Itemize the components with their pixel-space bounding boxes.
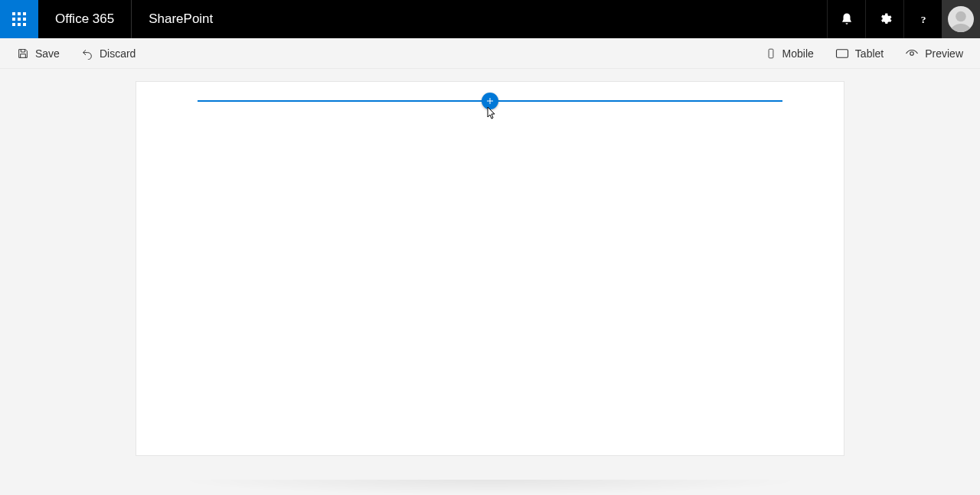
tablet-label: Tablet	[855, 47, 884, 60]
mobile-button[interactable]: Mobile	[756, 43, 823, 64]
tablet-button[interactable]: Tablet	[826, 43, 893, 64]
command-bar: Save Discard Mobile Tablet Preview	[0, 38, 980, 69]
discard-button[interactable]: Discard	[72, 43, 145, 64]
discard-label: Discard	[100, 47, 136, 60]
suite-bar: Office 365 SharePoint ?	[0, 0, 980, 38]
preview-button[interactable]: Preview	[896, 43, 972, 64]
preview-label: Preview	[925, 47, 963, 60]
gear-icon	[878, 12, 892, 26]
help-icon: ?	[916, 12, 930, 26]
svg-rect-4	[836, 49, 848, 57]
undo-icon	[81, 47, 93, 60]
svg-rect-2	[769, 49, 773, 58]
app-name-label: SharePoint	[149, 11, 213, 27]
canvas-wrap	[0, 69, 980, 456]
bottom-shadow	[176, 480, 804, 495]
account-button[interactable]	[942, 0, 980, 38]
app-name-link[interactable]: SharePoint	[132, 0, 230, 38]
save-label: Save	[35, 47, 60, 60]
save-icon	[17, 47, 29, 60]
save-button[interactable]: Save	[8, 43, 69, 64]
waffle-icon	[12, 12, 26, 26]
page-canvas	[136, 81, 844, 456]
plus-icon	[485, 96, 495, 106]
mobile-icon	[766, 47, 776, 60]
svg-text:?: ?	[920, 14, 926, 25]
svg-point-1	[956, 11, 966, 22]
add-section-button[interactable]	[482, 93, 498, 109]
preview-icon	[905, 48, 919, 59]
avatar-icon	[948, 6, 974, 32]
app-launcher-button[interactable]	[0, 0, 38, 38]
mobile-label: Mobile	[782, 47, 814, 60]
section-divider	[198, 100, 782, 102]
svg-point-6	[910, 51, 914, 55]
tablet-icon	[835, 48, 849, 59]
bell-icon	[840, 12, 854, 26]
brand-link[interactable]: Office 365	[38, 0, 132, 38]
settings-button[interactable]	[865, 0, 903, 38]
notifications-button[interactable]	[827, 0, 865, 38]
help-button[interactable]: ?	[903, 0, 942, 38]
brand-label: Office 365	[55, 11, 114, 27]
